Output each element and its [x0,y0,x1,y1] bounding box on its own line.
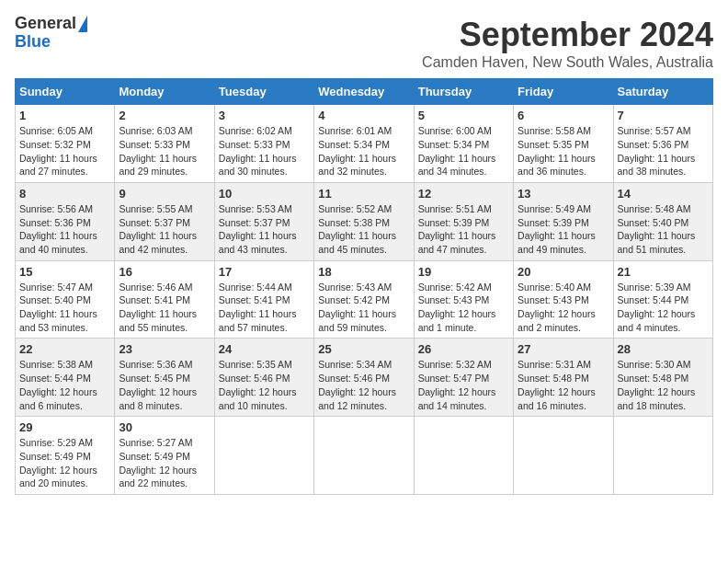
sunrise-text: Sunrise: 6:03 AM [119,125,192,136]
calendar-cell: 13 Sunrise: 5:49 AM Sunset: 5:39 PM Dayl… [514,182,613,260]
daylight-text: Daylight: 12 hours and 1 minute. [418,308,496,333]
header-sunday: Sunday [16,79,115,105]
sunset-text: Sunset: 5:35 PM [518,139,589,150]
calendar-cell: 10 Sunrise: 5:53 AM Sunset: 5:37 PM Dayl… [214,182,313,260]
sunset-text: Sunset: 5:36 PM [19,217,91,228]
calendar-cell: 12 Sunrise: 5:51 AM Sunset: 5:39 PM Dayl… [414,182,513,260]
sunrise-text: Sunrise: 6:02 AM [219,125,292,136]
daylight-text: Daylight: 12 hours and 8 minutes. [119,386,197,411]
day-number: 24 [219,342,310,356]
calendar-cell: 30 Sunrise: 5:27 AM Sunset: 5:49 PM Dayl… [115,417,214,495]
daylight-text: Daylight: 11 hours and 42 minutes. [119,230,197,255]
day-number: 17 [219,265,310,279]
calendar-cell: 15 Sunrise: 5:47 AM Sunset: 5:40 PM Dayl… [16,260,115,339]
calendar-cell: 28 Sunrise: 5:30 AM Sunset: 5:48 PM Dayl… [613,339,712,417]
sunrise-text: Sunrise: 5:55 AM [119,203,192,214]
daylight-text: Daylight: 12 hours and 2 minutes. [518,308,596,333]
sunrise-text: Sunrise: 5:39 AM [618,282,691,293]
sunset-text: Sunset: 5:33 PM [219,139,290,150]
header-thursday: Thursday [414,79,513,105]
day-number: 11 [318,187,409,201]
sunset-text: Sunset: 5:48 PM [518,373,589,384]
calendar-cell: 21 Sunrise: 5:39 AM Sunset: 5:44 PM Dayl… [613,260,712,339]
day-number: 22 [19,342,110,356]
sunrise-text: Sunrise: 5:51 AM [418,203,492,214]
daylight-text: Daylight: 11 hours and 43 minutes. [219,230,297,255]
day-number: 20 [518,265,609,279]
daylight-text: Daylight: 11 hours and 40 minutes. [19,230,97,255]
daylight-text: Daylight: 12 hours and 16 minutes. [518,386,596,411]
day-number: 3 [219,109,310,122]
sunset-text: Sunset: 5:40 PM [19,294,91,305]
daylight-text: Daylight: 12 hours and 12 minutes. [318,386,396,411]
day-number: 12 [418,187,509,201]
day-number: 14 [618,187,709,201]
title-area: September 2024 Camden Haven, New South W… [422,15,713,71]
sunrise-text: Sunrise: 5:31 AM [518,359,591,370]
calendar-cell: 4 Sunrise: 6:01 AM Sunset: 5:34 PM Dayli… [314,105,414,183]
day-number: 19 [418,265,509,279]
sunset-text: Sunset: 5:39 PM [518,217,589,228]
sunset-text: Sunset: 5:49 PM [119,451,190,462]
calendar-cell: 20 Sunrise: 5:40 AM Sunset: 5:43 PM Dayl… [514,260,613,339]
sunrise-text: Sunrise: 5:32 AM [418,359,492,370]
sunrise-text: Sunrise: 5:46 AM [119,282,192,293]
calendar-cell: 25 Sunrise: 5:34 AM Sunset: 5:46 PM Dayl… [314,339,414,417]
sunrise-text: Sunrise: 5:34 AM [318,359,392,370]
daylight-text: Daylight: 11 hours and 53 minutes. [19,308,97,333]
day-number: 25 [318,342,409,356]
calendar-cell [214,417,313,495]
sunset-text: Sunset: 5:41 PM [219,294,290,305]
sunset-text: Sunset: 5:43 PM [418,294,490,305]
sunrise-text: Sunrise: 5:57 AM [618,125,691,136]
daylight-text: Daylight: 12 hours and 18 minutes. [618,386,696,411]
calendar-cell: 1 Sunrise: 6:05 AM Sunset: 5:32 PM Dayli… [16,105,115,183]
daylight-text: Daylight: 11 hours and 30 minutes. [219,153,297,178]
sunset-text: Sunset: 5:43 PM [518,294,589,305]
day-number: 5 [418,109,509,122]
sunrise-text: Sunrise: 5:53 AM [219,203,292,214]
sunrise-text: Sunrise: 6:05 AM [19,125,93,136]
header-tuesday: Tuesday [214,79,313,105]
day-number: 27 [518,342,609,356]
calendar-cell: 27 Sunrise: 5:31 AM Sunset: 5:48 PM Dayl… [514,339,613,417]
day-number: 6 [518,109,609,122]
day-number: 28 [618,342,709,356]
sunset-text: Sunset: 5:36 PM [618,139,689,150]
sunset-text: Sunset: 5:37 PM [219,217,290,228]
sunset-text: Sunset: 5:42 PM [318,294,390,305]
logo-general-text: General [15,15,76,33]
sunset-text: Sunset: 5:46 PM [318,373,390,384]
calendar-cell: 6 Sunrise: 5:58 AM Sunset: 5:35 PM Dayli… [514,105,613,183]
day-number: 23 [119,342,210,356]
sunset-text: Sunset: 5:34 PM [318,139,390,150]
header-row: Sunday Monday Tuesday Wednesday Thursday… [16,79,713,105]
sunset-text: Sunset: 5:48 PM [618,373,689,384]
daylight-text: Daylight: 12 hours and 14 minutes. [418,386,496,411]
sunrise-text: Sunrise: 5:43 AM [318,282,392,293]
calendar-cell: 9 Sunrise: 5:55 AM Sunset: 5:37 PM Dayli… [115,182,214,260]
sunrise-text: Sunrise: 5:42 AM [418,282,492,293]
daylight-text: Daylight: 11 hours and 36 minutes. [518,153,596,178]
day-number: 2 [119,109,210,122]
calendar-cell: 14 Sunrise: 5:48 AM Sunset: 5:40 PM Dayl… [613,182,712,260]
day-number: 21 [618,265,709,279]
day-number: 8 [19,187,110,201]
sunrise-text: Sunrise: 5:52 AM [318,203,392,214]
calendar-cell: 22 Sunrise: 5:38 AM Sunset: 5:44 PM Dayl… [16,339,115,417]
sunrise-text: Sunrise: 5:47 AM [19,282,93,293]
day-number: 10 [219,187,310,201]
calendar-week-row: 8 Sunrise: 5:56 AM Sunset: 5:36 PM Dayli… [16,182,713,260]
header-saturday: Saturday [613,79,712,105]
sunset-text: Sunset: 5:32 PM [19,139,91,150]
sunset-text: Sunset: 5:45 PM [119,373,190,384]
month-title: September 2024 [422,15,713,54]
sunset-text: Sunset: 5:34 PM [418,139,490,150]
sunrise-text: Sunrise: 5:48 AM [618,203,691,214]
day-number: 15 [19,265,110,279]
calendar-week-row: 29 Sunrise: 5:29 AM Sunset: 5:49 PM Dayl… [16,417,713,495]
logo-triangle-icon [78,16,87,32]
calendar-week-row: 15 Sunrise: 5:47 AM Sunset: 5:40 PM Dayl… [16,260,713,339]
calendar-cell [314,417,414,495]
daylight-text: Daylight: 11 hours and 27 minutes. [19,153,97,178]
